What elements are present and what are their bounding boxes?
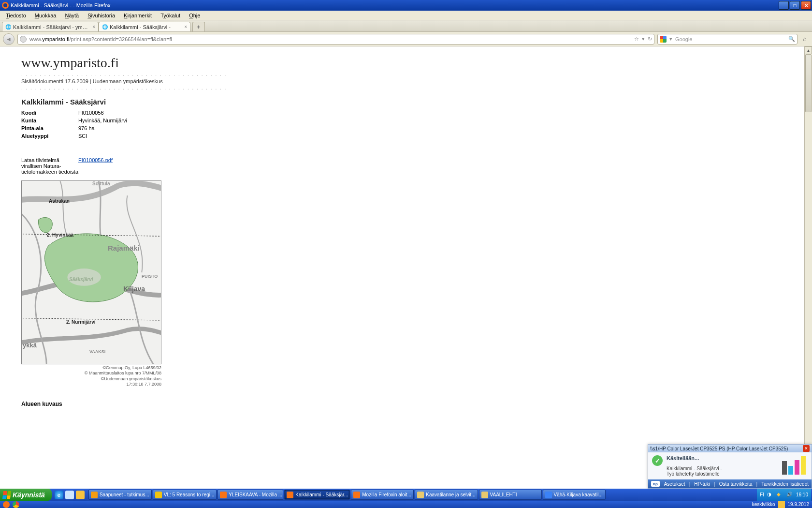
tray-icon[interactable]: ◑ (767, 492, 774, 498)
toast-link-supply-info[interactable]: Tarvikkeiden lisätiedot (761, 481, 809, 487)
tab-label: Kalkkilammi - Sääksjärvi - ymparisto.fi (13, 24, 90, 30)
maximize-button[interactable]: □ (790, 1, 800, 10)
favicon-icon: 🌐 (5, 24, 11, 30)
task-button[interactable]: Saapuneet - tutkimus... (88, 490, 152, 500)
task-button[interactable]: Vähä-Kiljava kaavatil... (543, 490, 606, 500)
toast-link-settings[interactable]: Asetukset (664, 481, 685, 487)
tray-shield-icon[interactable]: ◆ (777, 492, 783, 498)
toast-close-button[interactable]: ✕ (803, 445, 810, 452)
checkmark-icon: ✓ (652, 455, 663, 466)
download-label: Lataa tiivistelmä virallisen Natura-tiet… (21, 157, 78, 175)
search-placeholder: Google (675, 36, 692, 42)
reload-icon[interactable]: ↻ (648, 36, 652, 42)
window-title-bar: Kalkkilammi - Sääksjärvi - - Mozilla Fir… (0, 0, 812, 11)
minimize-button[interactable]: _ (779, 1, 789, 10)
task-button[interactable]: Kaavatilanne ja selvit... (415, 490, 478, 500)
ie-icon[interactable]: e (55, 491, 63, 499)
dropdown-icon[interactable]: ▾ (642, 36, 645, 42)
close-tab-icon[interactable]: × (184, 24, 187, 30)
new-tab-button[interactable]: + (192, 22, 205, 31)
section-heading: Alueen kuvaus (21, 401, 812, 407)
scroll-thumb[interactable] (805, 54, 812, 112)
vertical-scrollbar[interactable]: ▲ ▼ (804, 46, 812, 489)
tray-volume-icon[interactable]: 🔊 (786, 492, 793, 498)
taskbar: Käynnistä e Saapuneet - tutkimus...VL: 5… (0, 489, 812, 508)
tab-strip: 🌐 Kalkkilammi - Sääksjärvi - ymparisto.f… (0, 20, 812, 32)
favicon-icon: 🌐 (102, 24, 108, 30)
language-indicator[interactable]: FI (760, 492, 764, 497)
chrome-quick-icon[interactable] (13, 501, 19, 508)
firefox-icon (2, 2, 9, 9)
menu-bookmarks[interactable]: Kirjanmerkit (120, 12, 156, 19)
printer-notification: \\s1\HP Color LaserJet CP3525 PS (HP Col… (648, 444, 812, 489)
page-title: Kalkkilammi - Sääksjärvi (21, 98, 812, 106)
system-tray[interactable]: FI ◑ ◆ 🔊 16:10 (757, 489, 811, 501)
hp-logo-icon: hp (651, 481, 660, 487)
back-button[interactable]: ◄ (3, 33, 14, 45)
menu-history[interactable]: Sivuhistoria (84, 12, 119, 19)
menu-edit[interactable]: Muokkaa (31, 12, 60, 19)
google-icon (660, 36, 667, 43)
tab-label: Kalkkilammi - Sääksjärvi - (110, 24, 182, 30)
firefox-quick-icon[interactable] (3, 501, 10, 508)
scroll-up-button[interactable]: ▲ (805, 46, 812, 54)
clock-day: keskiviikko (752, 502, 775, 507)
area-map: Astrakan Soittula 2. Hyvinkää Rajamäki P… (21, 180, 161, 364)
toast-title: \\s1\HP Color LaserJet CP3525 PS (HP Col… (650, 446, 788, 451)
doc-meta: Sisältödokumentti 17.6.2009 | Uudenmaan … (21, 78, 812, 84)
task-button[interactable]: VL: 5 Reasons to regi... (153, 490, 217, 500)
menu-help[interactable]: Ohje (185, 12, 204, 19)
lotus-icon[interactable] (76, 491, 85, 499)
browser-tab[interactable]: 🌐 Kalkkilammi - Sääksjärvi - ymparisto.f… (2, 22, 99, 31)
task-button[interactable]: Kalkkilammi - Sääksjär... (284, 490, 350, 500)
tray-calendar-icon[interactable] (778, 501, 785, 508)
toast-link-support[interactable]: HP-tuki (694, 481, 710, 487)
page-viewport: www.ymparisto.fi . . . . . . . . . . . .… (0, 46, 812, 489)
menu-file[interactable]: Tiedosto (2, 12, 30, 19)
url-text: www.ymparisto.fi/print.asp?contentid=326… (29, 36, 631, 42)
menu-bar: Tiedosto Muokkaa Näytä Sivuhistoria Kirj… (0, 11, 812, 20)
map-caption: ©Genimap Oy, Lupa L4659/02 © Maanmittaus… (21, 365, 161, 387)
search-field[interactable]: ▾ Google 🔍 (657, 34, 798, 45)
bookmark-star-icon[interactable]: ☆ (634, 36, 639, 42)
info-table: KoodiFI0100056 KuntaHyvinkää, Nurmijärvi… (21, 110, 812, 139)
task-button[interactable]: YLEISKAAVA - Mozilla ... (218, 490, 283, 500)
start-button[interactable]: Käynnistä (0, 489, 52, 501)
desktop-icon[interactable] (65, 491, 74, 499)
windows-logo-icon (2, 491, 11, 499)
menu-view[interactable]: Näytä (61, 12, 83, 19)
menu-tools[interactable]: Työkalut (157, 12, 184, 19)
toast-link-supplies[interactable]: Osta tarvikkeita (719, 481, 753, 487)
task-button[interactable]: Mozilla Firefoxin aloit... (351, 490, 414, 500)
url-field[interactable]: www.ymparisto.fi/print.asp?contentid=326… (17, 34, 654, 45)
close-tab-icon[interactable]: × (92, 24, 95, 30)
navigation-toolbar: ◄ www.ymparisto.fi/print.asp?contentid=3… (0, 32, 812, 46)
home-button[interactable]: ⌂ (800, 35, 809, 44)
window-title: Kalkkilammi - Sääksjärvi - - Mozilla Fir… (11, 2, 111, 8)
search-icon[interactable]: 🔍 (788, 36, 795, 42)
browser-tab[interactable]: 🌐 Kalkkilammi - Sääksjärvi - × (99, 22, 190, 31)
close-button[interactable]: ✕ (801, 1, 811, 10)
download-link[interactable]: FI0100056.pdf (78, 157, 113, 163)
task-button[interactable]: VAALILEHTI (479, 490, 542, 500)
toast-heading: Käsitellään... (667, 455, 778, 461)
clock-date: 19.9.2012 (788, 502, 810, 507)
clock-time: 16:10 (796, 493, 808, 497)
site-logo-text: www.ymparisto.fi (21, 55, 812, 71)
site-identity-icon[interactable] (20, 36, 27, 43)
ink-levels-icon (782, 455, 808, 475)
